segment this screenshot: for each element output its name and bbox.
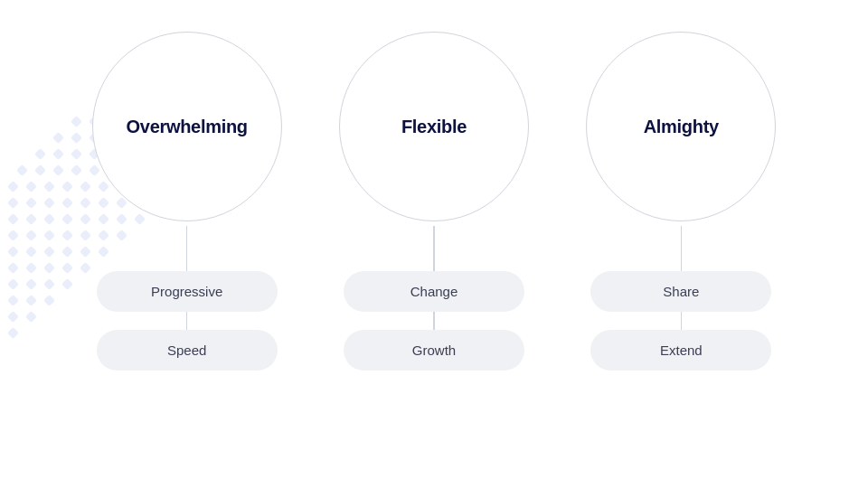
- column-overwhelming: OverwhelmingProgressiveSpeed: [63, 27, 310, 371]
- circle-flexible: Flexible: [339, 32, 529, 221]
- connector-top-almighty: [681, 226, 683, 271]
- pill-connector-flexible-0: [433, 312, 435, 330]
- pill-flexible-0: Change: [344, 271, 524, 312]
- pill-group-overwhelming: ProgressiveSpeed: [97, 271, 278, 371]
- circle-label-flexible: Flexible: [401, 117, 467, 137]
- pill-almighty-1: Extend: [590, 330, 771, 371]
- pill-connector-overwhelming-0: [186, 312, 188, 330]
- connector-top-flexible: [433, 226, 435, 271]
- circle-label-almighty: Almighty: [644, 117, 719, 137]
- column-flexible: FlexibleChangeGrowth: [310, 27, 557, 371]
- circle-container-flexible: Flexible: [335, 27, 533, 226]
- main-content: OverwhelmingProgressiveSpeedFlexibleChan…: [0, 0, 868, 488]
- pill-group-flexible: ChangeGrowth: [344, 271, 524, 371]
- pill-connector-almighty-0: [681, 312, 683, 330]
- pill-group-almighty: ShareExtend: [590, 271, 771, 371]
- circle-overwhelming: Overwhelming: [92, 32, 282, 221]
- circle-container-overwhelming: Overwhelming: [88, 27, 287, 226]
- circle-almighty: Almighty: [586, 32, 776, 221]
- pill-overwhelming-1: Speed: [97, 330, 278, 371]
- pill-flexible-1: Growth: [344, 330, 524, 371]
- connector-top-overwhelming: [186, 226, 188, 271]
- columns-wrapper: OverwhelmingProgressiveSpeedFlexibleChan…: [63, 27, 805, 371]
- circle-label-overwhelming: Overwhelming: [127, 117, 248, 137]
- column-almighty: AlmightyShareExtend: [558, 27, 805, 371]
- pill-overwhelming-0: Progressive: [97, 271, 278, 312]
- circle-container-almighty: Almighty: [581, 27, 780, 226]
- pill-almighty-0: Share: [590, 271, 771, 312]
